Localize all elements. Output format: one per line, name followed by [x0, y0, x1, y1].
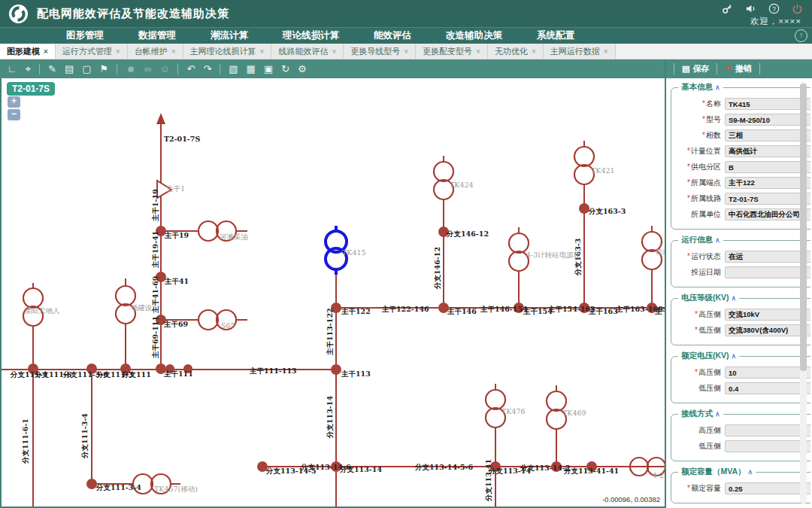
tab-replace-conductor[interactable]: 更换导线型号 × — [344, 44, 416, 59]
user-remove-icon[interactable]: ☻ — [126, 64, 136, 74]
tab-label: 主网理论线损计算 — [190, 46, 256, 57]
input-metering-position[interactable] — [725, 145, 810, 157]
close-icon[interactable]: × — [260, 47, 265, 56]
export-icon[interactable]: ▣ — [264, 64, 273, 74]
close-icon[interactable]: × — [171, 47, 176, 56]
section-rated-voltage: 额定电压(KV) ∧ *高压侧 低压侧 — [671, 351, 810, 403]
chevron-up-icon[interactable]: ∧ — [732, 294, 737, 302]
tab-ledger-maintenance[interactable]: 台帐维护 × — [128, 44, 183, 59]
collapse-menu-icon[interactable]: ↑ — [795, 29, 807, 42]
user-icon[interactable]: ☺ — [159, 64, 169, 74]
menu-item-retrofit-decision[interactable]: 改造辅助决策 — [446, 29, 502, 42]
tab-reactive-optimization[interactable]: 无功优化 × — [488, 44, 544, 59]
redo-icon[interactable]: ↷ — [203, 64, 211, 74]
input-hv-wiring[interactable] — [725, 424, 810, 437]
power-icon[interactable] — [792, 3, 803, 14]
input-lv-wiring[interactable] — [725, 440, 810, 452]
input-company[interactable] — [725, 208, 810, 221]
diagram-label: 主干111 — [163, 370, 193, 378]
field-row: *名称 — [674, 98, 810, 110]
undo-button[interactable]: ↶ 撤销 — [717, 63, 759, 75]
menu-item-efficiency-eval[interactable]: 能效评估 — [374, 29, 411, 42]
field-row: *高压侧 — [674, 367, 810, 379]
location-icon[interactable]: ⚑ — [100, 64, 109, 74]
input-lv-rated[interactable] — [725, 382, 810, 394]
refresh-icon[interactable]: ↻ — [281, 64, 289, 74]
edit-icon[interactable]: ✎ — [48, 64, 56, 74]
field-row: *型号 — [674, 114, 810, 126]
panel-body: 基本信息 ∧ *名称 *型号 *相数 *计量位置 *供电分区 — [666, 78, 810, 508]
diagram-node[interactable] — [579, 203, 589, 214]
key-icon[interactable] — [722, 3, 733, 14]
transformer-symbol[interactable] — [23, 147, 665, 494]
zoom-in-button[interactable]: + — [8, 96, 20, 108]
chevron-up-icon[interactable]: ∧ — [715, 84, 720, 91]
input-rated-capacity[interactable] — [725, 482, 810, 494]
diagram-label: 主干111-113 — [249, 367, 297, 375]
diagram-label: 主干69-111 — [151, 316, 159, 359]
settings-icon[interactable]: ⚙ — [298, 64, 307, 74]
chevron-up-icon[interactable]: ∧ — [747, 468, 753, 476]
input-terminal[interactable] — [725, 177, 810, 189]
menu-item-power-flow[interactable]: 潮流计算 — [211, 29, 248, 42]
tab-label: 更换配变型号 — [423, 46, 472, 57]
field-row: 投运日期 — [674, 266, 810, 278]
diagram-label: TK415 — [342, 248, 366, 257]
menu-bar: 图形管理 数据管理 潮流计算 理论线损计算 能效评估 改造辅助决策 系统配置 ↑ — [0, 27, 812, 44]
close-icon[interactable]: × — [116, 47, 120, 56]
tab-line-efficiency[interactable]: 线路能效评估 × — [271, 44, 344, 59]
diagram-node[interactable] — [331, 364, 341, 375]
save-icon[interactable]: ▤ — [65, 64, 74, 74]
calendar-icon[interactable]: ▦ — [247, 64, 256, 74]
chevron-up-icon[interactable]: ∧ — [715, 410, 720, 418]
line-111-3-4[interactable] — [92, 370, 180, 484]
scrollbar-thumb[interactable] — [800, 84, 807, 371]
menu-item-system-config[interactable]: 系统配置 — [537, 29, 574, 42]
diagram-node[interactable] — [86, 479, 97, 489]
document-icon[interactable]: ▢ — [82, 64, 91, 74]
pan-icon[interactable]: ⌖ — [26, 64, 31, 74]
close-icon[interactable]: × — [332, 47, 336, 56]
input-lv-level[interactable] — [725, 324, 810, 336]
hierarchy-icon[interactable]: ∟ — [8, 64, 17, 74]
menu-item-data-mgmt[interactable]: 数据管理 — [138, 29, 176, 42]
input-phases[interactable] — [725, 129, 810, 141]
tab-replace-transformer[interactable]: 更换配变型号 × — [416, 44, 488, 59]
input-commission-date[interactable] — [725, 266, 810, 278]
input-line[interactable] — [725, 193, 810, 205]
menu-item-graphic-mgmt[interactable]: 图形管理 — [66, 29, 104, 42]
close-icon[interactable]: × — [44, 47, 48, 56]
chevron-up-icon[interactable]: ∧ — [732, 352, 737, 360]
close-icon[interactable]: × — [404, 47, 408, 56]
close-icon[interactable]: × — [476, 47, 480, 56]
tab-main-grid-loss[interactable]: 主网理论线损计算 × — [183, 44, 272, 59]
tab-operation-mode[interactable]: 运行方式管理 × — [56, 44, 128, 59]
chevron-up-icon[interactable]: ∧ — [715, 236, 720, 244]
link-icon[interactable]: ∞ — [144, 64, 151, 74]
diagram-label: 溧阳天地人 — [24, 306, 60, 315]
input-supply-zone[interactable] — [725, 161, 810, 173]
diagram-label: 主干69 — [163, 320, 189, 328]
close-icon[interactable]: × — [604, 47, 608, 56]
input-name[interactable] — [725, 98, 810, 110]
diagram-label: 分支113-14 — [326, 396, 334, 439]
diagram-canvas[interactable]: T2-01-7S主干1主干1-19主干19主干19-41主干41主干41-69主… — [0, 78, 665, 508]
diagram-label: 河滩采油 — [219, 233, 248, 241]
input-hv-rated[interactable] — [725, 367, 810, 379]
input-model[interactable] — [725, 114, 810, 126]
diagram-label: 主干1 — [166, 184, 185, 193]
speaker-icon[interactable] — [745, 3, 756, 14]
section-voltage-level: 电压等级(KV) ∧ *高压侧 *低压侧 — [671, 293, 810, 345]
tab-graphic-modeling[interactable]: 图形建模 × — [0, 44, 56, 59]
close-icon[interactable]: × — [532, 47, 536, 56]
help-icon[interactable]: ? — [768, 3, 780, 14]
tab-main-grid-data[interactable]: 主网运行数据 × — [544, 44, 616, 59]
undo-icon[interactable]: ↶ — [186, 64, 195, 74]
input-run-status[interactable] — [725, 251, 810, 263]
menu-item-line-loss-calc[interactable]: 理论线损计算 — [283, 29, 339, 42]
report-icon[interactable]: ▧ — [229, 64, 238, 74]
panel-scrollbar[interactable] — [800, 82, 807, 503]
save-button[interactable]: ▤ 保存 — [674, 63, 717, 75]
zoom-out-button[interactable]: − — [8, 109, 20, 120]
input-hv-level[interactable] — [725, 309, 810, 321]
